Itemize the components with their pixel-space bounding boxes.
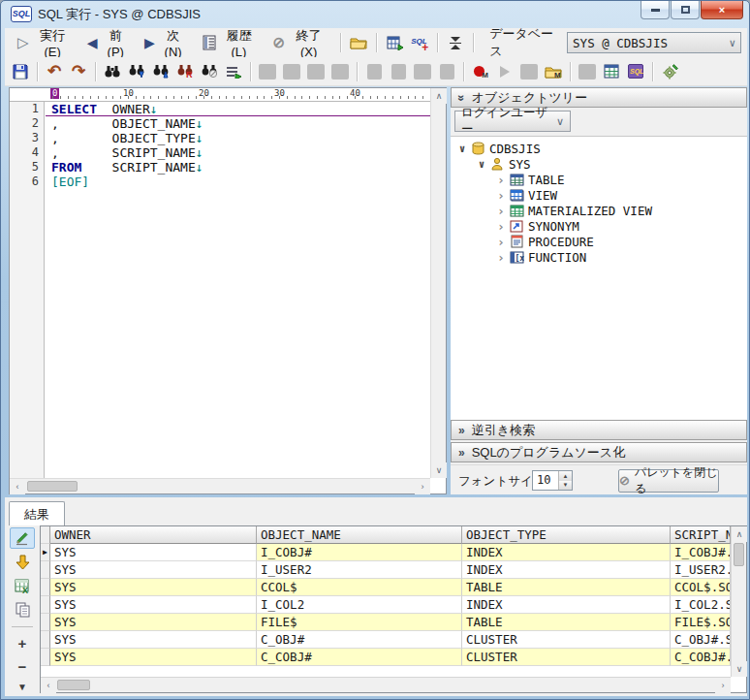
macro-open-button[interactable]: M xyxy=(542,60,565,83)
find-next-button[interactable] xyxy=(125,60,148,83)
login-user-combobox[interactable]: ログインユーザー ∨ xyxy=(454,111,571,132)
column-header-script-name[interactable]: SCRIPT_N xyxy=(671,526,731,544)
cell-script-name[interactable]: CCOL$.SQ xyxy=(671,579,731,596)
sql-to-source-section-header[interactable]: » SQLのプログラムソース化 xyxy=(451,442,747,462)
object-list-button[interactable] xyxy=(383,31,406,54)
cell-script-name[interactable]: C_COBJ#.S xyxy=(671,649,731,666)
tree-node-cdbsjis[interactable]: ∨ CDBSJIS xyxy=(451,141,747,156)
collapsed-icon[interactable]: › xyxy=(495,173,507,187)
paste-button[interactable] xyxy=(304,60,328,83)
tree-node-view[interactable]: › VIEW xyxy=(451,187,747,203)
collapsed-icon[interactable]: › xyxy=(495,250,507,265)
tree-node-synonym[interactable]: › SYNONYM xyxy=(451,218,747,234)
cell-script-name[interactable]: I_USER2.S xyxy=(671,561,731,579)
find-button[interactable] xyxy=(101,60,124,83)
fetch-next-button[interactable] xyxy=(10,552,35,573)
font-size-stepper[interactable]: 10 ▲ ▼ xyxy=(532,470,573,491)
close-button[interactable]: × xyxy=(701,1,743,19)
cell-object-type[interactable]: CLUSTER xyxy=(462,649,671,666)
execute-button[interactable]: ▷ 実行(E) xyxy=(11,30,78,55)
cell-script-name[interactable]: I_COBJ#.S xyxy=(671,544,731,561)
cell-script-name[interactable]: FILE$.SQ xyxy=(671,614,731,631)
copy-button[interactable] xyxy=(280,60,303,83)
delete-row-button[interactable]: − xyxy=(10,657,35,679)
insert-row-button[interactable]: + xyxy=(10,633,35,654)
cell-script-name[interactable]: C_OBJ#.S xyxy=(671,631,731,649)
cell-owner[interactable]: SYS xyxy=(50,631,257,649)
cell-owner[interactable]: SYS xyxy=(50,614,257,631)
replace-button[interactable]: R xyxy=(173,60,197,83)
column-header-object-name[interactable]: OBJECT_NAME xyxy=(257,526,462,544)
scroll-down-icon[interactable]: ∨ xyxy=(732,661,747,677)
edit-mode-button[interactable] xyxy=(10,527,35,549)
cell-owner[interactable]: SYS xyxy=(50,649,257,666)
scroll-thumb[interactable] xyxy=(734,543,744,566)
table-list-button[interactable] xyxy=(600,60,623,83)
export-excel-button[interactable]: X xyxy=(10,576,35,597)
cell-object-name[interactable]: C_COBJ# xyxy=(257,649,462,666)
collapsed-icon[interactable]: › xyxy=(495,188,507,203)
scroll-down-icon[interactable]: ∨ xyxy=(431,462,447,478)
reverse-search-section-header[interactable]: » 逆引き検索 xyxy=(451,420,747,440)
tree-node-materialized-view[interactable]: › MATERIALIZED VIEW xyxy=(451,203,747,218)
editor-vertical-scrollbar[interactable]: ∧ ∨ xyxy=(430,88,446,478)
save-button[interactable] xyxy=(9,60,32,83)
maximize-button[interactable] xyxy=(671,1,700,19)
cell-object-type[interactable]: TABLE xyxy=(462,579,671,596)
cell-object-name[interactable]: C_OBJ# xyxy=(257,631,462,649)
row-selector[interactable] xyxy=(41,614,50,631)
sql-library-button[interactable]: SQL xyxy=(624,60,647,83)
scroll-left-icon[interactable]: ‹ xyxy=(41,678,56,693)
delete-button[interactable] xyxy=(328,60,352,83)
indent-button[interactable] xyxy=(362,60,386,83)
cut-button[interactable] xyxy=(256,60,279,83)
redo-button[interactable]: ↷ xyxy=(67,60,90,83)
cell-object-type[interactable]: INDEX xyxy=(462,544,671,561)
cell-object-name[interactable]: CCOL$ xyxy=(257,579,462,596)
editor-horizontal-scrollbar[interactable]: ‹ › xyxy=(10,478,430,493)
cell-object-type[interactable]: INDEX xyxy=(462,561,671,579)
tree-node-procedure[interactable]: › PROCEDURE xyxy=(451,234,747,249)
column-header-owner[interactable]: OWNER xyxy=(50,526,257,544)
collapsed-icon[interactable]: › xyxy=(495,219,507,234)
scroll-thumb[interactable] xyxy=(27,481,78,492)
quit-button[interactable]: ⊘ 終了(X) xyxy=(266,30,334,55)
code-area[interactable]: SELECT OWNER↓ , OBJECT_NAME↓ , OBJECT_TY… xyxy=(46,102,430,478)
comment-button[interactable] xyxy=(411,60,434,83)
column-header-object-type[interactable]: OBJECT_TYPE xyxy=(462,526,671,544)
grid-horizontal-scrollbar[interactable]: ‹ › xyxy=(41,677,731,692)
close-palette-button[interactable]: ⊘ パレットを閉じる xyxy=(618,469,719,493)
expanded-icon[interactable]: ∨ xyxy=(456,143,468,155)
row-selector[interactable] xyxy=(41,631,50,649)
new-sql-button[interactable]: SQL+ xyxy=(408,31,431,54)
cell-object-name[interactable]: I_COBJ# xyxy=(257,544,462,561)
database-combobox[interactable]: SYS @ CDBSJIS ∨ xyxy=(567,32,741,53)
cell-object-name[interactable]: I_USER2 xyxy=(257,561,462,579)
open-file-button[interactable] xyxy=(347,31,370,54)
expanded-icon[interactable]: ∨ xyxy=(476,158,487,171)
row-selector[interactable] xyxy=(41,596,50,614)
undo-button[interactable]: ↶ xyxy=(43,60,66,83)
tree-node-function[interactable]: › [x] FUNCTION xyxy=(451,249,747,265)
history-button[interactable]: 履歴(L) xyxy=(196,30,265,55)
scroll-thumb[interactable] xyxy=(57,680,90,690)
tree-node-sys[interactable]: ∨ SYS xyxy=(451,156,747,172)
cell-object-type[interactable]: INDEX xyxy=(462,596,671,614)
cell-owner[interactable]: SYS xyxy=(50,596,257,614)
macro-record-button[interactable]: M xyxy=(469,60,492,83)
collapsed-icon[interactable]: › xyxy=(495,204,507,218)
minimize-button[interactable] xyxy=(641,1,670,19)
next-sql-button[interactable]: ▶ 次(N) xyxy=(138,30,194,55)
object-tree[interactable]: ∨ CDBSJIS ∨ SYS › TABLE xyxy=(451,136,747,420)
format-button[interactable] xyxy=(576,60,599,83)
scroll-right-icon[interactable]: › xyxy=(415,479,430,494)
grid-vertical-scrollbar[interactable]: ∧ ∨ xyxy=(731,526,746,677)
copy-results-button[interactable] xyxy=(10,599,35,620)
sql-editor[interactable]: 0 10 20 30 40 1 2 3 4 5 6 SELECT OWNER↓ … xyxy=(9,87,447,494)
scroll-up-icon[interactable]: ∧ xyxy=(732,526,747,542)
cell-owner[interactable]: SYS xyxy=(50,579,257,596)
cell-object-name[interactable]: I_COL2 xyxy=(257,596,462,614)
row-selector[interactable] xyxy=(41,649,50,666)
row-selector[interactable] xyxy=(41,579,50,596)
row-selector[interactable] xyxy=(41,561,50,579)
